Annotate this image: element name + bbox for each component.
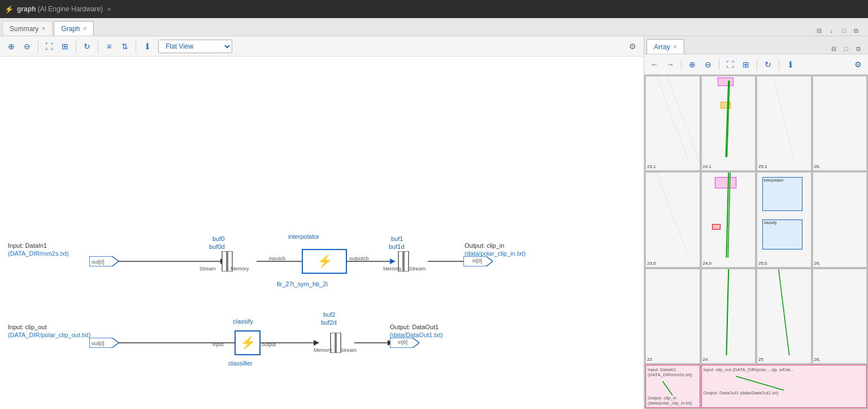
array-cell-26-0: 26, xyxy=(813,172,867,267)
array-zoom-in-btn[interactable]: ⊕ xyxy=(685,58,699,71)
tab-bar: Summary × Graph × ⊟ ↓ □ ⧉ xyxy=(0,18,868,36)
cell-23-label: 23 xyxy=(647,357,652,362)
tab-graph[interactable]: Graph × xyxy=(54,21,94,36)
graph-canvas[interactable]: Input: DataIn1 (DATA_DIR/mm2s.txt) out[0… xyxy=(0,57,644,409)
memory-label-1: Memory xyxy=(231,266,249,272)
svg-line-35 xyxy=(736,376,784,390)
bottom-cell-1: Input: DataIn1 (DATA_DIR/mm2s.txt) Outpu… xyxy=(645,365,700,408)
select-btn[interactable]: ⊞ xyxy=(58,40,72,53)
cell-26-0-label: 26, xyxy=(814,261,821,266)
memory-label-2: Memory xyxy=(383,266,402,272)
svg-marker-12 xyxy=(314,340,319,346)
array-settings-btn[interactable]: ⚙ xyxy=(851,58,865,71)
array-sep-1 xyxy=(681,59,682,70)
array-refresh-btn[interactable]: ↻ xyxy=(761,58,775,71)
refresh-btn[interactable]: ↻ xyxy=(80,40,94,53)
tab-graph-close[interactable]: × xyxy=(84,25,87,32)
array-zoom-out-btn[interactable]: ⊖ xyxy=(701,58,715,71)
tab-summary-close[interactable]: × xyxy=(42,25,45,32)
svg-line-32 xyxy=(726,269,728,355)
svg-line-33 xyxy=(779,269,789,355)
array-select-btn[interactable]: ⊞ xyxy=(739,58,753,71)
input-port-label: input xyxy=(212,342,224,347)
array-content[interactable]: 23,1 24,1 xyxy=(644,75,868,409)
array-fwd-btn[interactable]: → xyxy=(663,58,677,71)
interpolator-node[interactable]: ⚡ xyxy=(302,249,347,274)
zoom-out-btn[interactable]: ⊖ xyxy=(20,40,34,53)
buf0-label: buf0 xyxy=(212,235,224,242)
zoom-in-btn[interactable]: ⊕ xyxy=(5,40,18,53)
toolbar-sep-1 xyxy=(38,41,38,52)
array-fit-btn[interactable]: ⛶ xyxy=(723,58,737,71)
toolbar-sep-2 xyxy=(76,41,76,52)
buf2d-label: buf2d xyxy=(321,319,337,326)
stream-label-1: Stream xyxy=(199,266,216,272)
input-clipout-link[interactable]: (DATA_DIR/polar_clip_out.txt) xyxy=(8,331,90,338)
tab-split-btn[interactable]: ⊟ xyxy=(814,25,824,36)
array-cell-25-0: interpolator classify 25,0 xyxy=(757,172,811,267)
view-select[interactable]: Flat View Hierarchical View xyxy=(158,40,232,53)
cell-26-1-label: 26, xyxy=(814,164,821,169)
array-float-btn[interactable]: ⧉ xyxy=(853,44,863,54)
input-datain1-link[interactable]: (DATA_DIR/mm2s.txt) xyxy=(8,250,69,257)
array-max-btn[interactable]: □ xyxy=(841,44,851,54)
array-info-btn[interactable]: ℹ xyxy=(783,58,797,71)
svg-line-29 xyxy=(657,173,689,257)
bottom-cell-2-label1: input: clip_out (DATA_DIR/pola..., dp, a… xyxy=(704,367,865,372)
array-cell-23-0: 23,0 xyxy=(645,172,700,267)
info-btn[interactable]: ℹ xyxy=(140,40,154,53)
graph-panel: ⊕ ⊖ ⛶ ⊞ ↻ ≡ ⇅ ℹ Flat View Hierarchical V… xyxy=(0,36,644,409)
cell-25-1-label: 25,1 xyxy=(758,164,767,169)
cell-24-0-label: 24,0 xyxy=(703,261,712,266)
align-h-btn[interactable]: ⇅ xyxy=(118,40,132,53)
array-tab-bar: Array × ⊟ □ ⧉ xyxy=(644,36,868,54)
classify-node[interactable]: ⚡ xyxy=(235,330,261,355)
array-cell-23: 23 xyxy=(645,269,700,364)
array-split-btn[interactable]: ⊟ xyxy=(828,44,839,54)
output-port-label: output xyxy=(262,342,276,347)
array-cell-25: 25 xyxy=(757,269,811,364)
output-clipin-label: Output: clip_in xyxy=(465,242,504,249)
graph-svg xyxy=(0,57,644,409)
tab-float-btn[interactable]: ⧉ xyxy=(851,25,861,36)
settings-btn[interactable]: ⚙ xyxy=(626,40,639,53)
output-dataout1-label: Output: DataOut1 xyxy=(390,324,439,330)
title-bar: ⚡ graph (AI Engine Hardware) × xyxy=(0,0,868,18)
stream-label-2: Stream xyxy=(409,266,426,272)
classify-label: classify xyxy=(233,318,253,325)
outputcb-label: outputcb xyxy=(349,256,369,261)
array-sep-4 xyxy=(779,59,779,70)
array-panel: Array × ⊟ □ ⧉ ← → ⊕ ⊖ ⛶ ⊞ ↻ ℹ ⚙ xyxy=(644,36,868,409)
cell-25-0-label: 25,0 xyxy=(758,261,767,266)
inputcb-label: inputcb xyxy=(269,256,285,261)
cell-25-label: 25 xyxy=(758,357,763,362)
array-cell-26-1: 26, xyxy=(813,76,867,171)
bottom-cell-2: input: clip_out (DATA_DIR/pola..., dp, a… xyxy=(701,365,867,408)
cell-26-label: 26, xyxy=(814,357,821,362)
title-close-btn[interactable]: × xyxy=(107,6,111,12)
app-icon: ⚡ xyxy=(5,5,14,14)
fir-label: fir_27t_sym_hb_2i xyxy=(277,281,328,287)
buf1d-label: buf1d xyxy=(389,243,405,250)
tab-summary[interactable]: Summary × xyxy=(2,21,53,36)
align-v-btn[interactable]: ≡ xyxy=(102,40,116,53)
main-layout: ⊕ ⊖ ⛶ ⊞ ↻ ≡ ⇅ ℹ Flat View Hierarchical V… xyxy=(0,36,868,409)
array-sep-2 xyxy=(719,59,719,70)
array-cell-25-1: 25,1 xyxy=(757,76,811,171)
buf2-label: buf2 xyxy=(323,311,335,318)
toolbar-sep-4 xyxy=(136,41,136,52)
tab-down-btn[interactable]: ↓ xyxy=(826,25,836,36)
out0-label-1: out[0] xyxy=(92,259,105,265)
fit-btn[interactable]: ⛶ xyxy=(42,40,56,53)
array-tab-close[interactable]: × xyxy=(674,44,677,50)
array-cell-23-1: 23,1 xyxy=(645,76,700,171)
tab-max-btn[interactable]: □ xyxy=(839,25,849,36)
svg-rect-15 xyxy=(222,251,227,272)
array-back-btn[interactable]: ← xyxy=(648,58,661,71)
array-cell-24: 24 xyxy=(701,269,756,364)
array-tab[interactable]: Array × xyxy=(646,39,684,54)
array-tab-actions: ⊟ □ ⧉ xyxy=(828,44,866,54)
title-text: graph (AI Engine Hardware) xyxy=(17,5,103,13)
array-cell-24-0: 24,0 xyxy=(701,172,756,267)
interpolator-label: interpolator xyxy=(288,233,319,240)
